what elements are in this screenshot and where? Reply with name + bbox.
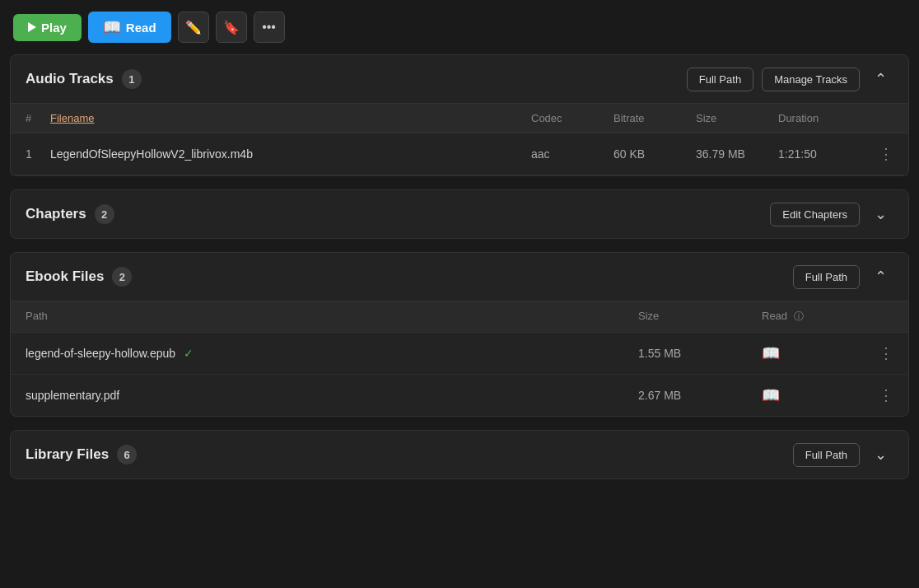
more-options-button[interactable]: ••• bbox=[254, 12, 285, 43]
audio-tracks-actions: Full Path Manage Tracks ⌃ bbox=[687, 67, 893, 91]
ebook-files-section: Ebook Files 2 Full Path ⌃ Path Size Read… bbox=[10, 252, 909, 417]
track-filename: LegendOfSleepyHollowV2_librivox.m4b bbox=[50, 147, 531, 161]
ebook-size-2: 2.67 MB bbox=[638, 389, 762, 402]
col-number: # bbox=[26, 112, 50, 124]
library-full-path-button[interactable]: Full Path bbox=[793, 443, 860, 467]
ebook-read-icon-2[interactable]: 📖 bbox=[762, 386, 861, 404]
read-button[interactable]: 📖 Read bbox=[88, 12, 171, 43]
chapters-expand-button[interactable]: ⌄ bbox=[868, 202, 893, 226]
library-files-badge: 6 bbox=[117, 445, 137, 464]
col-codec: Codec bbox=[531, 112, 613, 124]
pencil-icon: ✏️ bbox=[185, 20, 202, 35]
toolbar: Play 📖 Read ✏️ 🔖 ••• bbox=[0, 0, 919, 54]
col-bitrate: Bitrate bbox=[613, 112, 696, 124]
track-duration: 1:21:50 bbox=[778, 147, 861, 161]
read-info-icon: ⓘ bbox=[794, 310, 804, 322]
audio-tracks-section: Audio Tracks 1 Full Path Manage Tracks ⌃… bbox=[10, 54, 909, 176]
ebook-read-icon-1[interactable]: 📖 bbox=[762, 344, 861, 362]
ellipsis-icon: ••• bbox=[262, 20, 276, 35]
library-files-actions: Full Path ⌄ bbox=[793, 442, 893, 467]
book-open-icon: 📖 bbox=[103, 18, 121, 36]
library-files-title: Library Files bbox=[26, 446, 109, 463]
ebook-collapse-button[interactable]: ⌃ bbox=[868, 264, 893, 289]
library-expand-button[interactable]: ⌄ bbox=[868, 442, 893, 467]
audio-table-header: # Filename Codec Bitrate Size Duration bbox=[11, 104, 908, 133]
audio-tracks-collapse-button[interactable]: ⌃ bbox=[868, 67, 893, 91]
chapters-header: Chapters 2 Edit Chapters ⌄ bbox=[11, 190, 908, 238]
col-path: Path bbox=[26, 310, 638, 324]
ebook-files-title: Ebook Files bbox=[26, 268, 104, 285]
col-size: Size bbox=[696, 112, 778, 124]
col-ebook-size: Size bbox=[638, 310, 762, 324]
edit-chapters-button[interactable]: Edit Chapters bbox=[770, 203, 860, 226]
col-duration: Duration bbox=[778, 112, 861, 124]
library-files-header: Library Files 6 Full Path ⌄ bbox=[11, 431, 908, 478]
ebook-file-row-2: supplementary.pdf 2.67 MB 📖 ⋮ bbox=[11, 375, 908, 416]
play-label: Play bbox=[41, 21, 67, 35]
track-more-button[interactable]: ⋮ bbox=[861, 145, 893, 163]
track-size: 36.79 MB bbox=[696, 147, 778, 161]
chapters-title: Chapters bbox=[26, 206, 86, 222]
chapters-badge: 2 bbox=[95, 204, 114, 224]
library-files-section: Library Files 6 Full Path ⌄ bbox=[10, 430, 909, 479]
col-actions bbox=[861, 112, 893, 124]
chapters-actions: Edit Chapters ⌄ bbox=[770, 202, 893, 226]
bookmark-button[interactable]: 🔖 bbox=[216, 12, 247, 43]
ebook-more-button-2[interactable]: ⋮ bbox=[861, 386, 893, 404]
verified-icon-1: ✓ bbox=[184, 347, 194, 360]
bookmark-icon: 🔖 bbox=[223, 20, 240, 35]
ebook-path-2: supplementary.pdf bbox=[26, 389, 638, 402]
read-label: Read bbox=[126, 21, 156, 35]
track-number: 1 bbox=[26, 147, 50, 161]
ebook-file-row-1: legend-of-sleepy-hollow.epub ✓ 1.55 MB 📖… bbox=[11, 333, 908, 375]
manage-tracks-button[interactable]: Manage Tracks bbox=[762, 68, 860, 91]
audio-tracks-header: Audio Tracks 1 Full Path Manage Tracks ⌃ bbox=[11, 55, 908, 104]
ebook-size-1: 1.55 MB bbox=[638, 347, 762, 360]
track-bitrate: 60 KB bbox=[613, 147, 696, 161]
track-codec: aac bbox=[531, 147, 613, 161]
audio-track-row: 1 LegendOfSleepyHollowV2_librivox.m4b aa… bbox=[11, 133, 908, 175]
audio-tracks-badge: 1 bbox=[122, 69, 142, 89]
ebook-more-button-1[interactable]: ⋮ bbox=[861, 344, 893, 362]
ebook-path-1: legend-of-sleepy-hollow.epub ✓ bbox=[26, 347, 638, 360]
col-filename: Filename bbox=[50, 112, 531, 124]
full-path-button[interactable]: Full Path bbox=[687, 68, 753, 91]
edit-button[interactable]: ✏️ bbox=[178, 12, 209, 43]
ebook-files-badge: 2 bbox=[112, 267, 132, 287]
chevron-up-icon: ⌃ bbox=[875, 71, 887, 87]
ebook-files-actions: Full Path ⌃ bbox=[793, 264, 893, 289]
chevron-up-icon-ebook: ⌃ bbox=[875, 268, 887, 285]
chevron-down-icon: ⌄ bbox=[875, 206, 887, 222]
ebook-full-path-button[interactable]: Full Path bbox=[793, 265, 860, 289]
col-ebook-actions bbox=[861, 310, 893, 324]
chapters-section: Chapters 2 Edit Chapters ⌄ bbox=[10, 189, 909, 239]
col-read: Read ⓘ bbox=[762, 310, 861, 324]
ebook-files-header: Ebook Files 2 Full Path ⌃ bbox=[11, 253, 908, 301]
chevron-down-icon-library: ⌄ bbox=[875, 446, 887, 463]
audio-tracks-title: Audio Tracks bbox=[26, 71, 114, 87]
play-icon bbox=[28, 22, 36, 32]
play-button[interactable]: Play bbox=[13, 14, 82, 41]
ebook-table-header: Path Size Read ⓘ bbox=[11, 301, 908, 333]
